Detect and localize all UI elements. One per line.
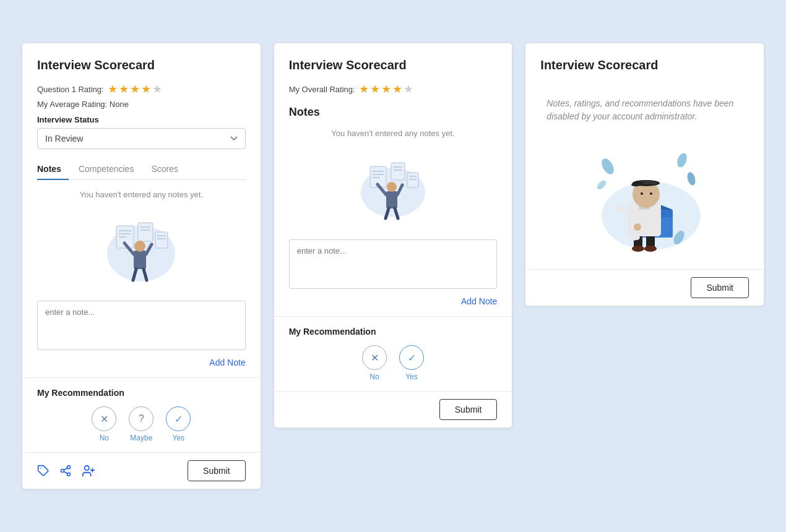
svg-rect-11 [134, 251, 146, 269]
card2-overall-rating-row: My Overall Rating: ★ ★ ★ ★ ★ [289, 82, 498, 96]
rec-maybe-circle[interactable]: ? [129, 406, 153, 431]
card1-note-input[interactable] [37, 301, 246, 350]
card1-q1-stars: ★ ★ ★ ★ ★ [108, 82, 162, 96]
svg-rect-31 [391, 163, 405, 180]
svg-point-12 [134, 241, 145, 252]
card1-bottom-bar: Submit [22, 452, 261, 489]
rec-no[interactable]: ✕ No [92, 406, 116, 442]
svg-point-44 [599, 157, 616, 176]
card2-add-note-btn[interactable]: Add Note [461, 296, 497, 306]
card1-q1-rating-label: Question 1 Rating: [37, 85, 104, 94]
svg-rect-37 [386, 191, 397, 208]
card2-rec-options: ✕ No ✓ Yes [289, 345, 498, 381]
card-2: Interview Scorecard My Overall Rating: ★… [274, 43, 513, 428]
rec-yes-circle[interactable]: ✓ [166, 406, 191, 431]
card-1: Interview Scorecard Question 1 Rating: ★… [22, 43, 261, 489]
cards-container: Interview Scorecard Question 1 Rating: ★… [22, 43, 764, 489]
card1-status-label: Interview Status [37, 115, 246, 124]
rec-maybe-label: Maybe [130, 434, 152, 442]
star-4: ★ [392, 82, 402, 96]
star-3: ★ [130, 82, 140, 96]
svg-line-22 [64, 468, 67, 470]
card3-disabled-message: Notes, ratings, and recommendations have… [540, 97, 749, 123]
card1-tabs: Notes Competencies Scores [37, 159, 246, 180]
svg-point-66 [650, 192, 652, 195]
card1-illustration [37, 204, 246, 291]
card1-bottom-icons [37, 464, 95, 478]
tab-competencies[interactable]: Competencies [79, 159, 142, 180]
rec-maybe[interactable]: ? Maybe [129, 406, 153, 442]
card1-q1-rating-row: Question 1 Rating: ★ ★ ★ ★ ★ [37, 82, 246, 96]
card2-rec-no-circle[interactable]: ✕ [362, 345, 387, 370]
rec-yes[interactable]: ✓ Yes [166, 406, 191, 442]
svg-rect-5 [138, 223, 153, 241]
card2-rec-yes-circle[interactable]: ✓ [399, 345, 424, 370]
card1-rec-options: ✕ No ? Maybe ✓ Yes [37, 406, 246, 442]
card1-status-select[interactable]: In Review Strong Yes Yes Maybe No Strong… [37, 128, 246, 149]
card-3: Interview Scorecard Notes, ratings, and … [525, 43, 764, 306]
card3-submit-btn[interactable]: Submit [691, 277, 749, 298]
card1-empty-notes: You haven't entered any notes yet. [37, 190, 246, 199]
card3-illustration [540, 135, 749, 259]
svg-point-55 [632, 246, 644, 252]
svg-point-47 [595, 179, 608, 191]
svg-point-56 [644, 246, 657, 252]
rec-no-circle[interactable]: ✕ [92, 406, 116, 431]
svg-rect-8 [155, 232, 168, 248]
svg-point-67 [634, 223, 641, 231]
star-3: ★ [381, 82, 391, 96]
card2-recommendation-section: My Recommendation ✕ No ✓ Yes [274, 316, 512, 391]
add-person-icon[interactable] [82, 464, 95, 478]
svg-point-65 [641, 192, 643, 195]
card2-submit-btn[interactable]: Submit [439, 399, 498, 420]
card2-rec-title: My Recommendation [289, 327, 498, 337]
card2-empty-notes: You haven't entered any notes yet. [289, 129, 498, 138]
star-5: ★ [404, 82, 413, 96]
tab-notes[interactable]: Notes [37, 159, 69, 180]
card1-recommendation-section: My Recommendation ✕ No ? Maybe ✓ Yes [22, 377, 261, 452]
card1-title: Interview Scorecard [37, 58, 246, 72]
tag-icon[interactable] [37, 465, 50, 477]
svg-point-23 [85, 466, 89, 470]
card1-avg-rating: My Average Rating: None [37, 100, 246, 109]
star-2: ★ [119, 82, 129, 96]
card3-title: Interview Scorecard [540, 58, 749, 72]
card1-add-note-btn[interactable]: Add Note [209, 358, 245, 367]
card2-rec-yes-label: Yes [405, 372, 418, 381]
card2-notes-title: Notes [289, 106, 498, 119]
svg-point-46 [686, 171, 696, 186]
card3-bottom-bar: Submit [525, 269, 764, 306]
star-1: ★ [359, 82, 369, 96]
rec-no-label: No [100, 434, 109, 442]
star-2: ★ [370, 82, 380, 96]
svg-line-21 [64, 471, 67, 473]
card2-overall-stars: ★ ★ ★ ★ ★ [359, 82, 413, 96]
card2-rec-yes[interactable]: ✓ Yes [399, 345, 424, 381]
card2-rec-no[interactable]: ✕ No [362, 345, 387, 381]
share-icon[interactable] [59, 465, 72, 477]
card2-illustration [289, 143, 498, 230]
card2-overall-label: My Overall Rating: [289, 85, 355, 94]
svg-rect-34 [407, 173, 418, 187]
svg-point-45 [675, 152, 688, 168]
card2-title: Interview Scorecard [289, 58, 498, 72]
svg-point-38 [387, 182, 397, 192]
star-1: ★ [108, 82, 118, 96]
rec-yes-label: Yes [173, 434, 185, 442]
card2-note-input[interactable] [289, 239, 498, 289]
tab-scores[interactable]: Scores [151, 159, 186, 180]
star-5: ★ [152, 82, 162, 96]
star-4: ★ [141, 82, 151, 96]
card2-rec-no-label: No [369, 372, 379, 381]
card1-submit-btn[interactable]: Submit [188, 460, 246, 481]
card1-rec-title: My Recommendation [37, 388, 246, 398]
card2-bottom-bar: Submit [274, 391, 512, 427]
